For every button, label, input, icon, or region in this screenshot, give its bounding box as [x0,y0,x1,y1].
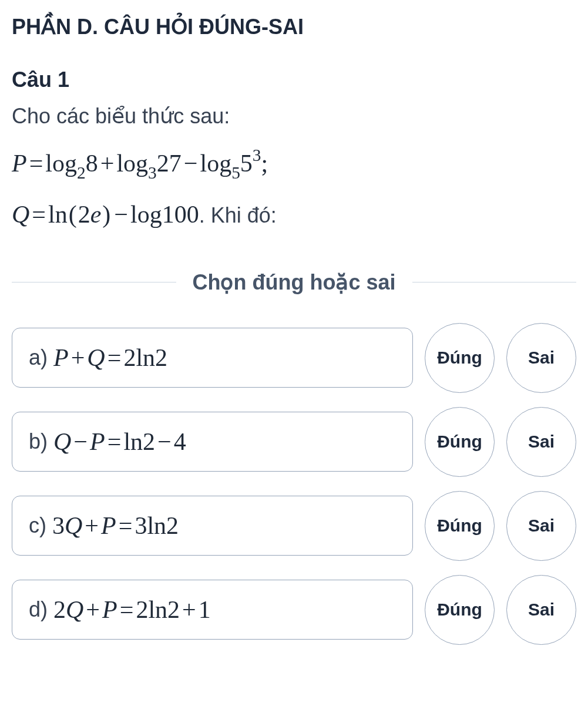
section-title: PHẦN D. CÂU HỎI ĐÚNG-SAI [12,15,576,39]
false-button[interactable]: Sai [506,575,576,645]
option-card: c) 3Q+P=3ln2 [12,496,413,556]
true-button[interactable]: Đúng [425,575,495,645]
math-expression-p: P=log28+log327−log553; [12,142,576,187]
question-prompt: Cho các biểu thức sau: [12,100,576,132]
divider: Chọn đúng hoặc sai [12,270,576,295]
question-number: Câu 1 [12,68,576,92]
true-button[interactable]: Đúng [425,407,495,477]
false-button[interactable]: Sai [506,323,576,393]
option-letter: a) [29,345,48,370]
option-row-a: a) P+Q=2ln2 Đúng Sai [12,323,576,393]
option-letter: d) [29,597,48,622]
option-letter: b) [29,429,48,454]
false-button[interactable]: Sai [506,491,576,561]
math-expression-q: Q=ln(2e)−log100. Khi đó: [12,193,576,237]
option-expression: P+Q=2ln2 [53,344,167,372]
option-expression: 2Q+P=2ln2+1 [53,596,211,624]
true-button[interactable]: Đúng [425,323,495,393]
divider-line-left [12,282,176,282]
option-card: d) 2Q+P=2ln2+1 [12,580,413,640]
options-list: a) P+Q=2ln2 Đúng Sai b) Q−P=ln2−4 Đúng S… [12,323,576,645]
option-card: a) P+Q=2ln2 [12,328,413,388]
question-suffix: . Khi đó: [199,203,277,227]
divider-label: Chọn đúng hoặc sai [193,270,396,295]
option-row-b: b) Q−P=ln2−4 Đúng Sai [12,407,576,477]
divider-line-right [412,282,577,282]
option-expression: Q−P=ln2−4 [53,428,186,456]
option-row-d: d) 2Q+P=2ln2+1 Đúng Sai [12,575,576,645]
option-card: b) Q−P=ln2−4 [12,412,413,472]
option-letter: c) [29,513,46,538]
true-button[interactable]: Đúng [425,491,495,561]
false-button[interactable]: Sai [506,407,576,477]
option-row-c: c) 3Q+P=3ln2 Đúng Sai [12,491,576,561]
option-expression: 3Q+P=3ln2 [52,512,179,540]
